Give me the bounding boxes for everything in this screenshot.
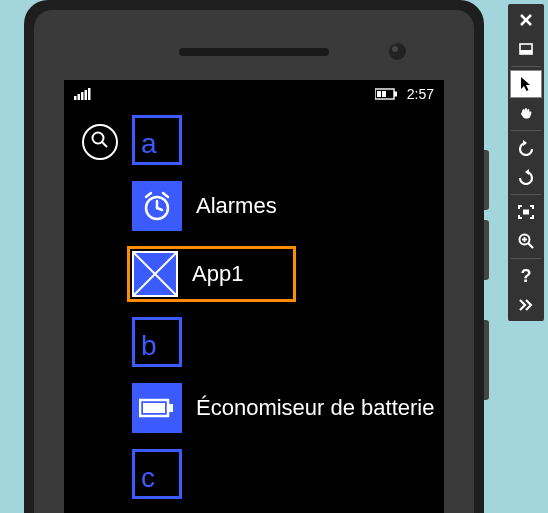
svg-rect-4 bbox=[88, 88, 91, 100]
svg-rect-6 bbox=[377, 91, 381, 97]
svg-rect-7 bbox=[382, 91, 386, 97]
battery-saver-icon bbox=[132, 383, 182, 433]
svg-line-15 bbox=[163, 193, 168, 197]
app-item-alarmes[interactable]: Alarmes bbox=[132, 180, 444, 232]
search-button[interactable] bbox=[82, 124, 118, 160]
battery-icon bbox=[375, 88, 399, 100]
minimize-icon bbox=[519, 43, 533, 55]
app-label: App1 bbox=[192, 261, 243, 287]
placeholder-icon bbox=[132, 251, 178, 297]
svg-rect-8 bbox=[394, 92, 397, 97]
app-label: Économiseur de batterie bbox=[196, 395, 434, 421]
chevron-right-double-icon bbox=[518, 299, 534, 311]
app-item-battery-saver[interactable]: Économiseur de batterie bbox=[132, 382, 444, 434]
rotate-right-icon bbox=[517, 169, 535, 185]
svg-rect-0 bbox=[74, 96, 77, 100]
phone-screen: 2:57 a bbox=[64, 80, 444, 513]
fit-screen-button[interactable] bbox=[511, 199, 541, 225]
svg-rect-21 bbox=[168, 404, 173, 412]
svg-rect-20 bbox=[143, 403, 165, 413]
svg-line-13 bbox=[157, 208, 162, 210]
letter-tile: c bbox=[132, 449, 182, 499]
zoom-icon bbox=[518, 233, 534, 249]
svg-rect-1 bbox=[78, 94, 81, 100]
help-icon: ? bbox=[521, 266, 532, 287]
fit-screen-icon bbox=[518, 205, 534, 219]
app-list[interactable]: a Alarmes bbox=[64, 104, 444, 500]
app-label: Alarmes bbox=[196, 193, 277, 219]
alarm-icon bbox=[132, 181, 182, 231]
touch-tool[interactable] bbox=[511, 100, 541, 126]
letter-tile: b bbox=[132, 317, 182, 367]
close-icon bbox=[519, 13, 533, 27]
expand-button[interactable] bbox=[511, 292, 541, 318]
svg-line-14 bbox=[146, 193, 151, 197]
letter-tile: a bbox=[132, 115, 182, 165]
minimize-button[interactable] bbox=[511, 36, 541, 62]
phone-frame: 2:57 a bbox=[24, 0, 484, 513]
letter-header-a[interactable]: a bbox=[132, 114, 444, 166]
svg-line-28 bbox=[529, 244, 534, 249]
svg-rect-2 bbox=[81, 92, 84, 100]
phone-speaker bbox=[179, 48, 329, 56]
status-bar: 2:57 bbox=[64, 80, 444, 104]
phone-camera bbox=[388, 42, 406, 60]
svg-rect-25 bbox=[520, 50, 532, 54]
hand-icon bbox=[518, 105, 534, 121]
phone-bezel: 2:57 a bbox=[34, 10, 474, 513]
pointer-tool[interactable] bbox=[511, 71, 541, 97]
app-item-app1[interactable]: App1 bbox=[127, 246, 296, 302]
svg-rect-26 bbox=[523, 210, 529, 215]
svg-line-10 bbox=[102, 142, 107, 147]
emulator-toolbar: ? bbox=[508, 4, 544, 321]
status-time: 2:57 bbox=[407, 86, 434, 102]
letter-header-c[interactable]: c bbox=[132, 448, 444, 500]
cursor-icon bbox=[519, 76, 533, 92]
rotate-left-icon bbox=[517, 140, 535, 156]
help-button[interactable]: ? bbox=[511, 263, 541, 289]
rotate-left-button[interactable] bbox=[511, 135, 541, 161]
zoom-button[interactable] bbox=[511, 228, 541, 254]
signal-icon bbox=[74, 88, 92, 100]
svg-point-9 bbox=[93, 133, 104, 144]
search-icon bbox=[91, 131, 109, 153]
rotate-right-button[interactable] bbox=[511, 164, 541, 190]
close-button[interactable] bbox=[511, 7, 541, 33]
letter-header-b[interactable]: b bbox=[132, 316, 444, 368]
svg-rect-3 bbox=[85, 90, 88, 100]
phone-side-buttons bbox=[484, 150, 489, 410]
